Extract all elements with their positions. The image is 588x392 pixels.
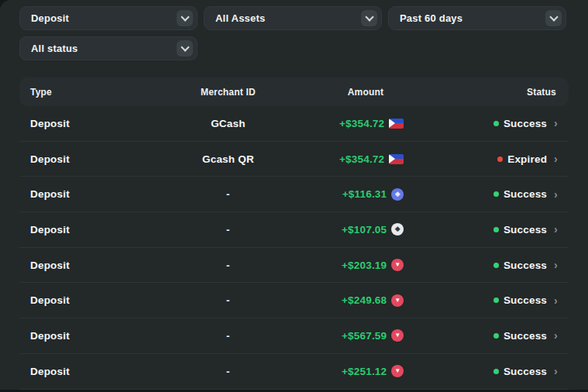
transaction-type-value: Deposit xyxy=(31,12,69,24)
asset-icon xyxy=(391,365,404,377)
table-row[interactable]: Deposit - +$567.59 Success › xyxy=(19,318,569,354)
column-header-merchant-id: Merchant ID xyxy=(143,87,314,98)
column-header-status: Status xyxy=(464,87,569,98)
asset-icon xyxy=(391,223,404,236)
period-value: Past 60 days xyxy=(400,12,462,24)
row-type: Deposit xyxy=(19,118,143,129)
chevron-down-button[interactable] xyxy=(361,10,377,26)
row-type: Deposit xyxy=(19,366,143,377)
chevron-down-button[interactable] xyxy=(545,10,562,26)
table-row[interactable]: Deposit - +$251.12 Success › xyxy=(19,354,569,390)
status-dot-icon xyxy=(493,333,499,339)
table-row[interactable]: Deposit - +$249.68 Success › xyxy=(19,283,569,318)
chevron-down-button[interactable] xyxy=(177,40,193,57)
chevron-down-icon xyxy=(181,43,189,51)
status-dot-icon xyxy=(493,369,499,374)
filters-bar: Deposit All Assets Past 60 days All stat… xyxy=(19,6,569,67)
row-amount: +$116.31 xyxy=(313,188,464,201)
row-amount: +$354.72 xyxy=(313,153,464,165)
row-merchant-id: - xyxy=(143,330,314,342)
chevron-down-icon xyxy=(365,12,373,21)
row-merchant-id: - xyxy=(143,294,314,306)
row-type: Deposit xyxy=(19,260,143,271)
amount-value: +$354.72 xyxy=(339,153,384,165)
amount-value: +$354.72 xyxy=(339,118,384,129)
amount-value: +$567.59 xyxy=(342,330,387,342)
chevron-right-icon: › xyxy=(554,330,558,341)
table-row[interactable]: Deposit - +$116.31 Success › xyxy=(19,177,569,212)
table-row[interactable]: Deposit - +$107.05 Success › xyxy=(19,212,569,248)
chevron-down-icon xyxy=(181,12,189,21)
asset-icon xyxy=(391,329,404,342)
row-type: Deposit xyxy=(19,153,143,165)
row-merchant-id: GCash xyxy=(143,118,314,129)
amount-value: +$107.05 xyxy=(342,224,387,236)
asset-value: All Assets xyxy=(215,12,265,24)
chevron-right-icon: › xyxy=(554,153,558,164)
row-type: Deposit xyxy=(19,188,143,200)
row-status[interactable]: Expired › xyxy=(464,153,569,165)
row-status[interactable]: Success › xyxy=(464,366,569,377)
filter-row-2: All status xyxy=(19,36,569,60)
asset-icon xyxy=(389,119,404,129)
status-label: Success xyxy=(504,366,547,377)
row-status[interactable]: Success › xyxy=(464,330,569,342)
row-amount: +$251.12 xyxy=(313,365,464,377)
status-dot-icon xyxy=(493,191,499,197)
table-row[interactable]: Deposit Gcash QR +$354.72 Expired › xyxy=(19,142,569,177)
amount-value: +$251.12 xyxy=(342,366,387,377)
row-amount: +$107.05 xyxy=(313,223,464,236)
row-status[interactable]: Success › xyxy=(464,294,569,306)
row-merchant-id: - xyxy=(143,224,314,236)
status-label: Success xyxy=(504,224,547,236)
row-type: Deposit xyxy=(19,294,143,306)
row-status[interactable]: Success › xyxy=(464,224,569,236)
column-header-type: Type xyxy=(19,87,143,98)
row-amount: +$249.68 xyxy=(313,294,464,307)
status-dot-icon xyxy=(493,121,499,126)
chevron-right-icon: › xyxy=(554,295,558,306)
row-type: Deposit xyxy=(19,224,143,236)
chevron-right-icon: › xyxy=(554,366,558,377)
row-merchant-id: - xyxy=(143,260,314,271)
period-dropdown[interactable]: Past 60 days xyxy=(388,6,566,30)
status-dot-icon xyxy=(493,263,499,268)
amount-value: +$249.68 xyxy=(342,294,387,306)
row-status[interactable]: Success › xyxy=(464,260,569,271)
chevron-right-icon: › xyxy=(554,118,558,129)
transactions-panel: Deposit All Assets Past 60 days All stat… xyxy=(0,0,588,390)
transaction-type-dropdown[interactable]: Deposit xyxy=(19,6,198,30)
status-label: Expired xyxy=(507,153,547,165)
table-row[interactable]: Deposit GCash +$354.72 Success › xyxy=(19,106,569,142)
status-dot-icon xyxy=(493,227,499,232)
transactions-table: Type Merchant ID Amount Status Deposit G… xyxy=(19,77,569,390)
row-amount: +$203.19 xyxy=(313,259,464,271)
status-dropdown[interactable]: All status xyxy=(19,36,198,60)
status-label: Success xyxy=(504,188,547,200)
chevron-right-icon: › xyxy=(554,189,558,200)
row-amount: +$354.72 xyxy=(313,118,464,129)
table-row[interactable]: Deposit - +$203.19 Success › xyxy=(19,248,569,284)
chevron-down-button[interactable] xyxy=(177,10,193,26)
status-label: Success xyxy=(504,260,547,271)
row-status[interactable]: Success › xyxy=(464,188,569,200)
row-amount: +$567.59 xyxy=(313,329,464,342)
amount-value: +$116.31 xyxy=(342,188,387,200)
chevron-down-icon xyxy=(549,12,558,21)
asset-icon xyxy=(391,259,404,271)
row-merchant-id: - xyxy=(143,366,314,377)
asset-dropdown[interactable]: All Assets xyxy=(204,6,382,30)
status-label: Success xyxy=(504,294,547,306)
amount-value: +$203.19 xyxy=(342,260,387,271)
row-status[interactable]: Success › xyxy=(464,118,569,129)
filter-row-1: Deposit All Assets Past 60 days xyxy=(19,6,569,30)
row-type: Deposit xyxy=(19,330,143,342)
row-merchant-id: Gcash QR xyxy=(143,153,314,165)
status-dot-icon xyxy=(497,156,503,162)
column-header-amount: Amount xyxy=(313,87,464,98)
status-dot-icon xyxy=(493,297,499,303)
chevron-right-icon: › xyxy=(554,224,558,235)
asset-icon xyxy=(389,154,404,164)
status-label: Success xyxy=(504,118,547,129)
chevron-right-icon: › xyxy=(554,260,558,270)
